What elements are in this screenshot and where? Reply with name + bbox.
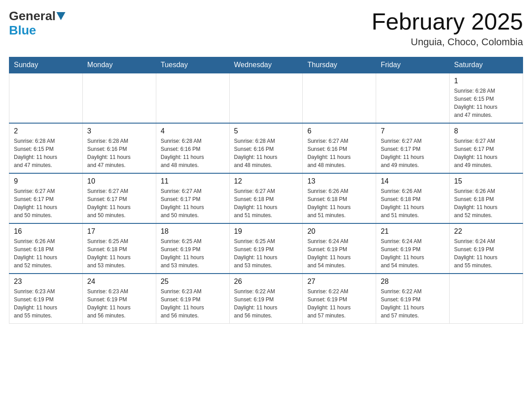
table-row: 5Sunrise: 6:28 AMSunset: 6:16 PMDaylight… (229, 123, 303, 173)
table-row: 15Sunrise: 6:26 AMSunset: 6:18 PMDayligh… (450, 173, 523, 223)
day-number: 1 (454, 77, 518, 85)
table-row: 4Sunrise: 6:28 AMSunset: 6:16 PMDaylight… (156, 123, 229, 173)
day-number: 7 (381, 127, 445, 135)
table-row: 16Sunrise: 6:26 AMSunset: 6:18 PMDayligh… (9, 223, 83, 274)
day-info: Sunrise: 6:28 AMSunset: 6:16 PMDaylight:… (161, 137, 225, 169)
day-number: 17 (87, 227, 151, 235)
day-info: Sunrise: 6:23 AMSunset: 6:19 PMDaylight:… (14, 287, 78, 320)
table-row: 26Sunrise: 6:22 AMSunset: 6:19 PMDayligh… (229, 274, 303, 324)
day-info: Sunrise: 6:27 AMSunset: 6:17 PMDaylight:… (161, 187, 225, 219)
day-info: Sunrise: 6:28 AMSunset: 6:16 PMDaylight:… (234, 137, 298, 169)
day-info: Sunrise: 6:26 AMSunset: 6:18 PMDaylight:… (307, 187, 371, 219)
day-info: Sunrise: 6:24 AMSunset: 6:19 PMDaylight:… (454, 237, 518, 270)
table-row: 22Sunrise: 6:24 AMSunset: 6:19 PMDayligh… (450, 223, 523, 274)
table-row: 8Sunrise: 6:27 AMSunset: 6:17 PMDaylight… (450, 123, 523, 173)
month-title: February 2025 (372, 9, 523, 34)
day-number: 2 (14, 127, 78, 135)
table-row (303, 73, 376, 123)
logo-general-text: General (9, 9, 56, 23)
table-row: 28Sunrise: 6:22 AMSunset: 6:19 PMDayligh… (376, 274, 450, 324)
day-number: 26 (234, 278, 298, 286)
day-number: 21 (381, 227, 445, 235)
table-row: 1Sunrise: 6:28 AMSunset: 6:15 PMDaylight… (450, 73, 523, 123)
table-row: 7Sunrise: 6:27 AMSunset: 6:17 PMDaylight… (376, 123, 450, 173)
page-header: General Blue February 2025 Unguia, Choco… (9, 9, 523, 48)
day-number: 18 (161, 227, 225, 235)
day-number: 10 (87, 177, 151, 185)
day-info: Sunrise: 6:27 AMSunset: 6:17 PMDaylight:… (87, 187, 151, 219)
day-number: 27 (307, 278, 371, 286)
day-info: Sunrise: 6:23 AMSunset: 6:19 PMDaylight:… (161, 287, 225, 320)
day-number: 8 (454, 127, 518, 135)
header-thursday: Thursday (303, 57, 376, 73)
day-info: Sunrise: 6:22 AMSunset: 6:19 PMDaylight:… (234, 287, 298, 320)
table-row: 27Sunrise: 6:22 AMSunset: 6:19 PMDayligh… (303, 274, 376, 324)
day-number: 14 (381, 177, 445, 185)
calendar-week-3: 9Sunrise: 6:27 AMSunset: 6:17 PMDaylight… (9, 173, 523, 223)
table-row: 12Sunrise: 6:27 AMSunset: 6:18 PMDayligh… (229, 173, 303, 223)
table-row: 23Sunrise: 6:23 AMSunset: 6:19 PMDayligh… (9, 274, 83, 324)
day-info: Sunrise: 6:25 AMSunset: 6:19 PMDaylight:… (161, 237, 225, 270)
day-info: Sunrise: 6:24 AMSunset: 6:19 PMDaylight:… (381, 237, 445, 270)
day-number: 6 (307, 127, 371, 135)
calendar-week-5: 23Sunrise: 6:23 AMSunset: 6:19 PMDayligh… (9, 274, 523, 324)
table-row: 20Sunrise: 6:24 AMSunset: 6:19 PMDayligh… (303, 223, 376, 274)
table-row: 21Sunrise: 6:24 AMSunset: 6:19 PMDayligh… (376, 223, 450, 274)
day-info: Sunrise: 6:28 AMSunset: 6:15 PMDaylight:… (454, 87, 518, 119)
table-row: 18Sunrise: 6:25 AMSunset: 6:19 PMDayligh… (156, 223, 229, 274)
day-info: Sunrise: 6:27 AMSunset: 6:18 PMDaylight:… (234, 187, 298, 219)
day-info: Sunrise: 6:25 AMSunset: 6:18 PMDaylight:… (87, 237, 151, 270)
day-number: 16 (14, 227, 78, 235)
header-monday: Monday (82, 57, 156, 73)
day-number: 15 (454, 177, 518, 185)
day-number: 5 (234, 127, 298, 135)
day-number: 28 (381, 278, 445, 286)
table-row: 2Sunrise: 6:28 AMSunset: 6:15 PMDaylight… (9, 123, 83, 173)
weekday-header-row: Sunday Monday Tuesday Wednesday Thursday… (9, 57, 523, 73)
logo: General Blue (9, 9, 66, 38)
table-row (9, 73, 83, 123)
day-number: 25 (161, 278, 225, 286)
logo-triangle-icon (56, 12, 65, 20)
table-row (229, 73, 303, 123)
calendar-week-1: 1Sunrise: 6:28 AMSunset: 6:15 PMDaylight… (9, 73, 523, 123)
table-row: 25Sunrise: 6:23 AMSunset: 6:19 PMDayligh… (156, 274, 229, 324)
day-info: Sunrise: 6:27 AMSunset: 6:17 PMDaylight:… (14, 187, 78, 219)
table-row: 10Sunrise: 6:27 AMSunset: 6:17 PMDayligh… (82, 173, 156, 223)
table-row (376, 73, 450, 123)
location-text: Unguia, Choco, Colombia (372, 36, 523, 48)
table-row: 6Sunrise: 6:27 AMSunset: 6:16 PMDaylight… (303, 123, 376, 173)
day-info: Sunrise: 6:28 AMSunset: 6:15 PMDaylight:… (14, 137, 78, 169)
header-wednesday: Wednesday (229, 57, 303, 73)
day-number: 9 (14, 177, 78, 185)
day-number: 3 (87, 127, 151, 135)
calendar-table: Sunday Monday Tuesday Wednesday Thursday… (9, 57, 523, 324)
title-block: February 2025 Unguia, Choco, Colombia (372, 9, 523, 48)
table-row: 9Sunrise: 6:27 AMSunset: 6:17 PMDaylight… (9, 173, 83, 223)
day-info: Sunrise: 6:24 AMSunset: 6:19 PMDaylight:… (307, 237, 371, 270)
calendar-week-4: 16Sunrise: 6:26 AMSunset: 6:18 PMDayligh… (9, 223, 523, 274)
day-number: 24 (87, 278, 151, 286)
day-number: 11 (161, 177, 225, 185)
day-number: 20 (307, 227, 371, 235)
header-tuesday: Tuesday (156, 57, 229, 73)
table-row: 24Sunrise: 6:23 AMSunset: 6:19 PMDayligh… (82, 274, 156, 324)
day-number: 13 (307, 177, 371, 185)
table-row: 3Sunrise: 6:28 AMSunset: 6:16 PMDaylight… (82, 123, 156, 173)
day-info: Sunrise: 6:27 AMSunset: 6:17 PMDaylight:… (381, 137, 445, 169)
day-info: Sunrise: 6:22 AMSunset: 6:19 PMDaylight:… (381, 287, 445, 320)
day-info: Sunrise: 6:27 AMSunset: 6:16 PMDaylight:… (307, 137, 371, 169)
header-sunday: Sunday (9, 57, 83, 73)
day-info: Sunrise: 6:26 AMSunset: 6:18 PMDaylight:… (14, 237, 78, 270)
header-saturday: Saturday (450, 57, 523, 73)
day-number: 22 (454, 227, 518, 235)
day-info: Sunrise: 6:25 AMSunset: 6:19 PMDaylight:… (234, 237, 298, 270)
logo-blue-text: Blue (9, 23, 36, 37)
day-info: Sunrise: 6:22 AMSunset: 6:19 PMDaylight:… (307, 287, 371, 320)
table-row (82, 73, 156, 123)
table-row: 17Sunrise: 6:25 AMSunset: 6:18 PMDayligh… (82, 223, 156, 274)
day-info: Sunrise: 6:28 AMSunset: 6:16 PMDaylight:… (87, 137, 151, 169)
table-row: 13Sunrise: 6:26 AMSunset: 6:18 PMDayligh… (303, 173, 376, 223)
day-number: 4 (161, 127, 225, 135)
table-row: 11Sunrise: 6:27 AMSunset: 6:17 PMDayligh… (156, 173, 229, 223)
